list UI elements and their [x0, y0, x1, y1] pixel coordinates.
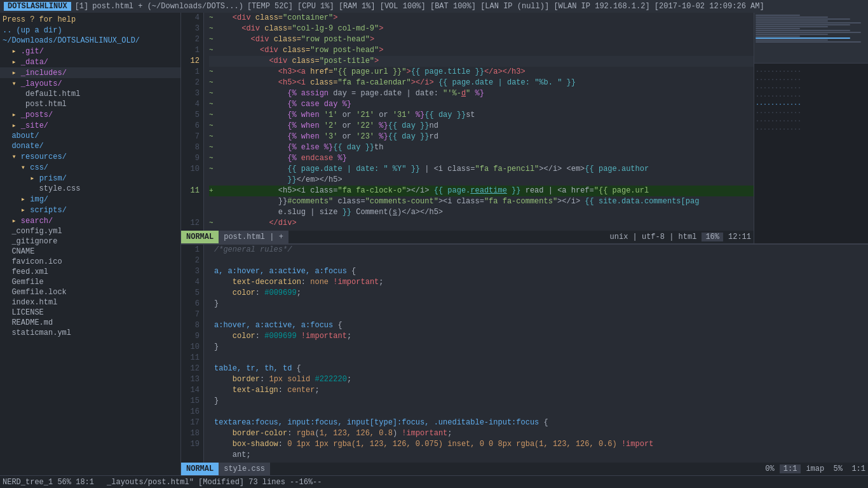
- sidebar-item-git[interactable]: ▸ .git/: [0, 46, 180, 57]
- code-line: text-decoration: none !important;: [209, 277, 868, 288]
- bottom-extra: imap 5% 1:1: [806, 464, 865, 473]
- editor-area: 4 3 2 1 12 1 2 3 4 5 6 7 8: [181, 13, 868, 475]
- code-line: [209, 353, 868, 363]
- sidebar-item-gemfile[interactable]: Gemfile: [0, 277, 180, 287]
- code-line: color: #009699 !important;: [209, 331, 868, 342]
- sidebar-item-img[interactable]: ▸ img/: [0, 194, 180, 205]
- top-line-numbers: 4 3 2 1 12 1 2 3 4 5 6 7 8: [181, 13, 204, 231]
- code-line: }: [209, 299, 868, 309]
- code-line: table, tr, th, td {: [209, 363, 868, 374]
- code-line: }}</em></h5>: [209, 175, 754, 186]
- top-editor[interactable]: 4 3 2 1 12 1 2 3 4 5 6 7 8: [181, 13, 754, 243]
- code-line: ~ {% assign day = page.date | date: "'%-…: [209, 88, 754, 99]
- top-pane: 4 3 2 1 12 1 2 3 4 5 6 7 8: [181, 13, 868, 245]
- minimap-line: [756, 17, 828, 18]
- topbar: DOTSLASHLINUX [1] post.html + (~/Downloa…: [0, 0, 868, 13]
- code-line: /*general rules*/: [209, 245, 868, 255]
- code-line: ~ {% else %}{{ day }}th: [209, 142, 754, 153]
- sidebar-item-staticman[interactable]: staticman.yml: [0, 328, 180, 338]
- file-tab[interactable]: post.html + (~/Downloads/DOTS...): [92, 2, 243, 11]
- sidebar-item-search[interactable]: ▸ search/: [0, 215, 180, 226]
- sidebar-item-about[interactable]: about/: [0, 131, 180, 141]
- sidebar-item-layouts[interactable]: ▾ _layouts/: [0, 78, 180, 89]
- sidebar-item-gemfilelock[interactable]: Gemfile.lock: [0, 287, 180, 297]
- code-line: ~ <div class="row post-head">: [209, 34, 754, 45]
- bottom-encoding: 0%: [765, 464, 774, 473]
- minimap-line: [756, 34, 828, 35]
- code-line: ~ {% when '3' or '23' %}{{ day }}rd: [209, 132, 754, 142]
- bottom-mode: NORMAL: [181, 463, 219, 475]
- minimap-line: [756, 41, 861, 43]
- minimap: ............ ............ ............ .…: [754, 13, 868, 243]
- code-line: text-align: center;: [209, 385, 868, 396]
- minimap-line: [756, 22, 861, 24]
- sidebar-item-prism[interactable]: ▸ prism/: [0, 173, 180, 184]
- bottom-status-right: 0% 1:1 imap 5% 1:1: [765, 464, 868, 473]
- minimap-line: [756, 37, 850, 39]
- encoding-info: unix | utf-8 | html: [610, 233, 697, 241]
- sidebar-item-license[interactable]: LICENSE: [0, 308, 180, 318]
- code-line: [209, 255, 868, 266]
- top-filename: post.html | +: [219, 231, 288, 243]
- top-status-right: unix | utf-8 | html 16% 12:11: [610, 233, 754, 241]
- bottom-code-lines: /*general rules*/ a, a:hover, a:active, …: [204, 245, 868, 463]
- sidebar-item-cname[interactable]: CNAME: [0, 247, 180, 257]
- code-line: ~ <div class="row post-head">: [209, 45, 754, 56]
- sidebar-item-config[interactable]: _config.yml: [0, 226, 180, 236]
- minimap-line: [756, 39, 828, 41]
- code-line: border: 1px solid #222220;: [209, 374, 868, 385]
- code-line: ~ {% case day %}: [209, 99, 754, 110]
- sidebar-item-favicon[interactable]: favicon.ico: [0, 257, 180, 267]
- bottom-code-content: 1 2 3 4 5 6 7 8 9 10 11 12 13: [181, 245, 868, 463]
- cursor-position: 12:11: [728, 233, 751, 241]
- minimap-line: [756, 15, 800, 16]
- scroll-percent: 16%: [702, 233, 723, 241]
- minimap-line: [756, 24, 850, 25]
- minimap-line: [756, 30, 850, 31]
- sidebar-item-donate[interactable]: donate/: [0, 141, 180, 151]
- bottombar-middle: _layouts/post.html" [Modified] 73 lines …: [107, 478, 322, 487]
- sidebar-item-up[interactable]: .. (up a dir): [0, 25, 180, 36]
- sidebar-item-post[interactable]: post.html: [0, 99, 180, 109]
- sidebar-item-resources[interactable]: ▾ resources/: [0, 151, 180, 162]
- code-panes: 4 3 2 1 12 1 2 3 4 5 6 7 8: [181, 13, 868, 475]
- sidebar-item-data[interactable]: ▸ _data/: [0, 57, 180, 67]
- sidebar-item-css[interactable]: ▾ css/: [0, 162, 180, 173]
- code-line: color: #009699;: [209, 288, 868, 299]
- top-code-content: 4 3 2 1 12 1 2 3 4 5 6 7 8: [181, 13, 754, 231]
- sidebar-item-style[interactable]: style.css: [0, 184, 180, 194]
- minimap-preview: [754, 13, 868, 64]
- code-line: box-shadow: 0 1px 1px rgba(1, 123, 126, …: [209, 439, 868, 450]
- sidebar-item-index[interactable]: index.html: [0, 297, 180, 308]
- bottom-line-numbers: 1 2 3 4 5 6 7 8 9 10 11 12 13: [181, 245, 204, 463]
- code-line: border-color: rgba(1, 123, 126, 0.8) !im…: [209, 428, 868, 439]
- minimap-line: [756, 28, 800, 29]
- sidebar-item-root[interactable]: ~/Downloads/DOTSLASHLINUX_OLD/: [0, 36, 180, 46]
- sidebar-item-includes[interactable]: ▸ _includes/: [0, 67, 180, 78]
- bottom-editor[interactable]: 1 2 3 4 5 6 7 8 9 10 11 12 13: [181, 245, 868, 475]
- bottom-filename: style.css: [219, 463, 270, 475]
- bottom-pane: 1 2 3 4 5 6 7 8 9 10 11 12 13: [181, 245, 868, 475]
- mode-indicator: NORMAL: [181, 231, 219, 243]
- code-line: ~ <div class="col-lg-9 col-md-9">: [209, 24, 754, 34]
- code-line: ~ {% when '1' or '21' or '31' %}{{ day }…: [209, 110, 754, 121]
- sidebar-item-readme[interactable]: README.md: [0, 318, 180, 328]
- sidebar-item-default[interactable]: default.html: [0, 89, 180, 99]
- code-line: }: [209, 342, 868, 353]
- sidebar-item-gitignore[interactable]: _gitignore: [0, 236, 180, 247]
- code-line: ant;: [209, 450, 868, 461]
- sidebar-help: Press ? for help: [0, 14, 180, 25]
- sidebar-item-scripts[interactable]: ▸ scripts/: [0, 205, 180, 215]
- code-line: ~ <h5><i class="fa fa-calendar"></i> {{ …: [209, 78, 754, 88]
- code-line: }}#comments" class="comments-count"><i c…: [209, 196, 754, 207]
- sidebar-item-site[interactable]: ▸ _site/: [0, 120, 180, 131]
- bottom-status-line: NORMAL style.css 0% 1:1 imap 5% 1:1: [181, 463, 868, 475]
- sidebar-item-posts[interactable]: ▸ _posts/: [0, 109, 180, 120]
- code-line-added: + <h5><i class="fa fa-clock-o"></i> {{ p…: [209, 186, 754, 196]
- minimap-scrollbar: ............ ............ ............ .…: [754, 64, 868, 135]
- sidebar-item-feed[interactable]: feed.xml: [0, 267, 180, 277]
- code-line: }: [209, 396, 868, 407]
- minimap-line: [756, 20, 828, 22]
- system-info: [TEMP 52C] [CPU 1%] [RAM 1%] [VOL 100%] …: [247, 2, 764, 11]
- app-title: DOTSLASHLINUX: [4, 2, 71, 11]
